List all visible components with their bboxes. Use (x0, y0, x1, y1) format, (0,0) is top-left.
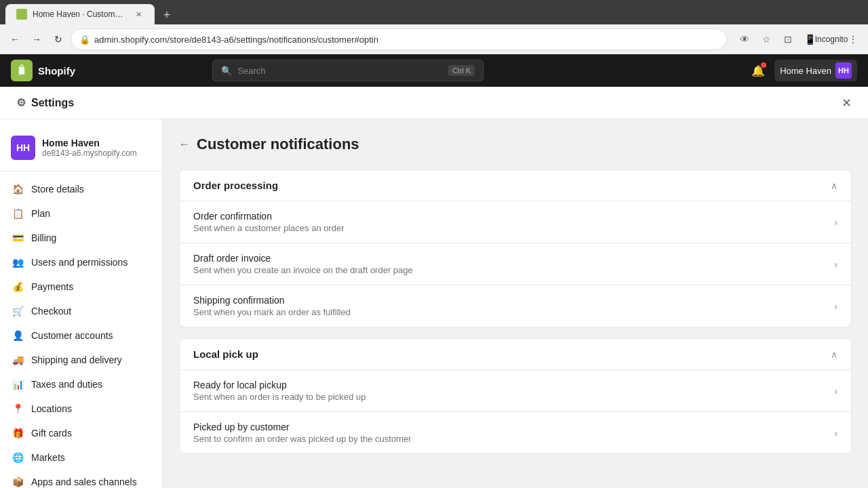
notification-desc-order-confirmation: Sent when a customer places an order (193, 223, 829, 233)
forward-button[interactable]: → (27, 30, 46, 49)
menu-icon[interactable]: ⋮ (844, 30, 863, 49)
sidebar-item-checkout[interactable]: 🛒 Checkout (0, 299, 162, 323)
sidebar-item-plan[interactable]: 📋 Plan (0, 201, 162, 226)
sidebar-item-store-details[interactable]: 🏠 Store details (0, 177, 162, 201)
notification-item-picked-up-by-customer[interactable]: Picked up by customer Sent to confirm an… (180, 411, 851, 453)
sidebar-items-container: 🏠 Store details 📋 Plan 💳 Billing 👥 Users… (0, 177, 162, 488)
section-title-local-pick-up: Local pick up (193, 348, 258, 360)
sidebar-item-markets[interactable]: 🌐 Markets (0, 445, 162, 470)
sidebar-label-payments: Payments (31, 281, 73, 292)
section-chevron-order-processing: ∧ (831, 180, 837, 191)
extensions-icon[interactable]: ⊡ (778, 30, 797, 49)
store-menu-button[interactable]: Home Haven HH (774, 60, 857, 81)
sidebar-label-store-details: Store details (31, 184, 84, 195)
sidebar-label-checkout: Checkout (31, 306, 71, 317)
sidebar-label-markets: Markets (31, 452, 65, 463)
notification-title-picked-up-by-customer: Picked up by customer (193, 422, 829, 432)
back-button[interactable]: ← (5, 30, 24, 49)
sidebar-item-customer-accounts[interactable]: 👤 Customer accounts (0, 323, 162, 348)
section-header-local-pick-up[interactable]: Local pick up ∧ (180, 339, 851, 369)
sidebar-label-taxes-and-duties: Taxes and duties (31, 379, 102, 390)
sidebar-item-users-and-permissions[interactable]: 👥 Users and permissions (0, 250, 162, 274)
section-local-pick-up: Local pick up ∧ Ready for local pickup S… (179, 338, 852, 454)
sidebar-icon-gift-cards: 🎁 (11, 426, 24, 440)
section-header-order-processing[interactable]: Order processing ∧ (180, 170, 851, 201)
settings-title: Settings (31, 97, 74, 109)
sidebar-item-taxes-and-duties[interactable]: 📊 Taxes and duties (0, 372, 162, 396)
notification-info-order-confirmation: Order confirmation Sent when a customer … (193, 211, 829, 233)
sidebar-item-locations[interactable]: 📍 Locations (0, 396, 162, 421)
notification-chevron-order-confirmation: › (834, 217, 837, 228)
sidebar-item-billing[interactable]: 💳 Billing (0, 226, 162, 250)
sidebar-icon-customer-accounts: 👤 (11, 329, 24, 342)
close-settings-button[interactable]: ✕ (842, 96, 852, 110)
eye-off-icon[interactable]: 👁 (735, 30, 754, 49)
sidebar-store-name: Home Haven (42, 138, 137, 148)
address-url: admin.shopify.com/store/de8143-a6/settin… (94, 35, 718, 45)
shopify-topbar: Shopify 🔍 Search Ctrl K 🔔 Home Haven HH (0, 54, 868, 87)
notification-desc-draft-order-invoice: Sent when you create an invoice on the d… (193, 265, 829, 275)
browser-window: Home Haven · Customer notific... ✕ + ← →… (0, 0, 868, 54)
back-button[interactable]: ← (179, 138, 190, 150)
notification-info-draft-order-invoice: Draft order invoice Sent when you create… (193, 253, 829, 275)
notification-info-picked-up-by-customer: Picked up by customer Sent to confirm an… (193, 422, 829, 444)
sidebar-icon-shipping-and-delivery: 🚚 (11, 353, 24, 367)
sidebar-icon-users-and-permissions: 👥 (11, 256, 24, 269)
sidebar-label-customer-accounts: Customer accounts (31, 330, 113, 341)
new-tab-button[interactable]: + (157, 5, 176, 24)
notification-item-draft-order-invoice[interactable]: Draft order invoice Sent when you create… (180, 243, 851, 285)
page-title: Customer notifications (197, 136, 359, 153)
notification-desc-shipping-confirmation: Sent when you mark an order as fulfilled (193, 307, 829, 317)
tab-close-icon[interactable]: ✕ (133, 9, 144, 20)
sidebar-item-shipping-and-delivery[interactable]: 🚚 Shipping and delivery (0, 348, 162, 372)
shopify-logo: Shopify (11, 60, 75, 81)
notification-title-draft-order-invoice: Draft order invoice (193, 253, 829, 264)
section-order-processing: Order processing ∧ Order confirmation Se… (179, 169, 852, 327)
section-title-order-processing: Order processing (193, 180, 278, 191)
browser-tab-bar: Home Haven · Customer notific... ✕ + (0, 0, 868, 24)
incognito-label: Incognito (822, 30, 841, 49)
topbar-right: 🔔 Home Haven HH (747, 60, 857, 81)
settings-sidebar: HH Home Haven de8143-a6.myshopify.com 🏠 … (0, 119, 163, 488)
sidebar-item-payments[interactable]: 💰 Payments (0, 274, 162, 299)
notification-title-order-confirmation: Order confirmation (193, 211, 829, 222)
sidebar-label-shipping-and-delivery: Shipping and delivery (31, 354, 122, 365)
notification-badge (761, 62, 766, 68)
browser-tab-active[interactable]: Home Haven · Customer notific... ✕ (5, 4, 155, 24)
sidebar-icon-taxes-and-duties: 📊 (11, 378, 24, 391)
notification-chevron-ready-for-local-pickup: › (834, 386, 837, 396)
notification-chevron-picked-up-by-customer: › (834, 428, 837, 439)
gear-icon: ⚙ (16, 96, 26, 109)
address-bar[interactable]: 🔒 admin.shopify.com/store/de8143-a6/sett… (71, 28, 727, 50)
notification-title-ready-for-local-pickup: Ready for local pickup (193, 380, 829, 390)
sidebar-icon-checkout: 🛒 (11, 304, 24, 318)
settings-body: HH Home Haven de8143-a6.myshopify.com 🏠 … (0, 119, 868, 488)
shopify-search[interactable]: 🔍 Search Ctrl K (212, 60, 484, 81)
sidebar-icon-locations: 📍 (11, 402, 24, 415)
sidebar-label-apps-and-sales-channels: Apps and sales channels (31, 476, 137, 487)
search-text: Search (237, 66, 265, 76)
store-info: HH Home Haven de8143-a6.myshopify.com (0, 130, 162, 171)
notification-item-order-confirmation[interactable]: Order confirmation Sent when a customer … (180, 201, 851, 243)
store-info-text: Home Haven de8143-a6.myshopify.com (42, 138, 137, 158)
browser-controls: ← → ↻ 🔒 admin.shopify.com/store/de8143-a… (0, 24, 868, 54)
bookmark-icon[interactable]: ☆ (757, 30, 776, 49)
page-header: ← Customer notifications (179, 136, 852, 153)
sidebar-item-apps-and-sales-channels[interactable]: 📦 Apps and sales channels (0, 470, 162, 488)
settings-header: ⚙ Settings ✕ (0, 87, 868, 119)
browser-actions: 👁 ☆ ⊡ 📱 Incognito ⋮ (735, 30, 863, 49)
section-chevron-local-pick-up: ∧ (831, 349, 837, 360)
notification-item-ready-for-local-pickup[interactable]: Ready for local pickup Sent when an orde… (180, 369, 851, 411)
notification-item-shipping-confirmation[interactable]: Shipping confirmation Sent when you mark… (180, 285, 851, 327)
reload-button[interactable]: ↻ (49, 30, 68, 49)
sidebar-item-gift-cards[interactable]: 🎁 Gift cards (0, 421, 162, 445)
store-avatar-large: HH (11, 136, 35, 160)
notification-button[interactable]: 🔔 (747, 60, 769, 81)
sections-container: Order processing ∧ Order confirmation Se… (179, 169, 852, 454)
shopify-logo-icon (11, 60, 33, 81)
sidebar-store-domain: de8143-a6.myshopify.com (42, 148, 137, 158)
sidebar-icon-apps-and-sales-channels: 📦 (11, 475, 24, 488)
sidebar-icon-billing: 💳 (11, 231, 24, 245)
sidebar-icon-plan: 📋 (11, 207, 24, 220)
tab-title: Home Haven · Customer notific... (33, 9, 127, 19)
